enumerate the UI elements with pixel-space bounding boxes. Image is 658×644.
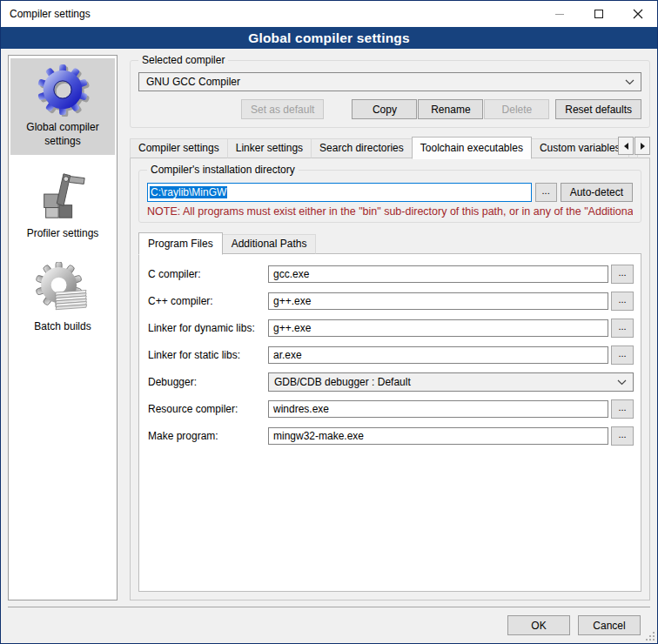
blue-gear-icon (36, 63, 90, 117)
compiler-buttons-row: Set as default Copy Rename Delete Reset … (138, 99, 641, 119)
static-linker-row: Linker for static libs: ... (146, 345, 634, 365)
delete-button[interactable]: Delete (484, 99, 549, 119)
set-as-default-button[interactable]: Set as default (241, 99, 324, 119)
compiler-select-value: GNU GCC Compiler (146, 76, 240, 88)
tab-scroll-left-button[interactable] (618, 137, 634, 155)
tab-scrollers (618, 137, 650, 155)
make-program-label: Make program: (146, 430, 268, 442)
cancel-button[interactable]: Cancel (578, 615, 641, 635)
resource-compiler-browse-button[interactable]: ... (611, 399, 634, 419)
bin-subdirectory-note: NOTE: All programs must exist either in … (147, 205, 633, 218)
resize-grip-icon[interactable] (653, 632, 655, 634)
chevron-down-icon (625, 79, 634, 85)
minimize-icon (555, 14, 564, 15)
debugger-select-value: GDB/CDB debugger : Default (274, 376, 411, 388)
debugger-select[interactable]: GDB/CDB debugger : Default (268, 372, 634, 392)
toolchain-executables-page: Compiler's installation directory C:\ray… (130, 158, 650, 600)
ok-button[interactable]: OK (507, 615, 570, 635)
compiler-settings-dialog: Compiler settings Global compiler settin… (0, 0, 658, 644)
footer: OK Cancel (1, 607, 657, 643)
sidebar-item-label: Global compiler settings (12, 121, 113, 148)
cpp-compiler-label: C++ compiler: (146, 295, 268, 307)
main-panel: Selected compiler GNU GCC Compiler Set a… (130, 55, 650, 600)
static-linker-input[interactable] (268, 346, 608, 364)
settings-tabstrip: Compiler settings Linker settings Search… (130, 137, 650, 158)
tab-toolchain-executables[interactable]: Toolchain executables (412, 137, 532, 159)
cpp-compiler-row: C++ compiler: ... (146, 292, 634, 311)
sidebar-item-label: Batch builds (34, 320, 91, 334)
tab-scroll-right-icon (641, 143, 645, 150)
sidebar-item-label: Profiler settings (27, 227, 99, 241)
debugger-label: Debugger: (146, 376, 268, 388)
copy-button[interactable]: Copy (352, 99, 417, 119)
titlebar: Compiler settings (1, 1, 657, 27)
dynamic-linker-row: Linker for dynamic libs: ... (146, 319, 634, 338)
make-program-row: Make program: ... (146, 426, 634, 446)
tab-custom-variables[interactable]: Custom variables (531, 138, 629, 158)
maximize-icon (594, 10, 603, 18)
c-compiler-row: C compiler: ... (146, 265, 634, 284)
c-compiler-label: C compiler: (146, 268, 268, 280)
window-title: Compiler settings (1, 8, 540, 20)
tab-scroll-right-button[interactable] (634, 137, 650, 155)
sidebar-item-batch-builds[interactable]: Batch builds (10, 258, 115, 341)
make-program-browse-button[interactable]: ... (611, 426, 634, 446)
sidebar-item-global-compiler-settings[interactable]: Global compiler settings (10, 58, 115, 155)
resource-compiler-input[interactable] (268, 400, 608, 418)
program-files-page: C compiler: ... C++ compiler: ... Linker… (138, 253, 641, 592)
installation-directory-value: C:\raylib\MinGW (150, 186, 227, 198)
compiler-select[interactable]: GNU GCC Compiler (138, 72, 641, 91)
selected-compiler-legend: Selected compiler (138, 54, 228, 66)
installation-directory-group: Compiler's installation directory C:\ray… (138, 170, 641, 223)
cpp-compiler-input[interactable] (268, 292, 608, 310)
cpp-compiler-browse-button[interactable]: ... (611, 292, 634, 311)
caliper-icon (36, 169, 90, 223)
minimize-button[interactable] (540, 1, 579, 27)
resource-compiler-label: Resource compiler: (146, 403, 268, 415)
c-compiler-input[interactable] (268, 265, 608, 283)
close-button[interactable] (618, 1, 657, 27)
settings-category-list: Global compiler settings Profiler settin… (8, 55, 118, 600)
page-title: Global compiler settings (1, 27, 657, 49)
tab-search-directories[interactable]: Search directories (311, 138, 413, 158)
dynamic-linker-input[interactable] (268, 319, 608, 337)
sidebar-item-profiler-settings[interactable]: Profiler settings (10, 164, 115, 248)
tab-compiler-settings[interactable]: Compiler settings (130, 138, 228, 158)
close-icon (633, 9, 643, 19)
dialog-content: Global compiler settings Profiler settin… (1, 49, 657, 607)
installation-directory-legend: Compiler's installation directory (147, 164, 299, 176)
tab-linker-settings[interactable]: Linker settings (227, 138, 312, 158)
rename-button[interactable]: Rename (418, 99, 483, 119)
gray-gear-stack-icon (36, 262, 90, 316)
auto-detect-button[interactable]: Auto-detect (561, 183, 633, 202)
installation-directory-row: C:\raylib\MinGW ... Auto-detect (147, 183, 633, 202)
dynamic-linker-label: Linker for dynamic libs: (146, 322, 268, 334)
c-compiler-browse-button[interactable]: ... (611, 265, 634, 284)
chevron-down-icon (617, 379, 627, 386)
tab-program-files[interactable]: Program Files (138, 232, 223, 255)
debugger-row: Debugger: GDB/CDB debugger : Default (146, 372, 634, 392)
tab-additional-paths[interactable]: Additional Paths (222, 234, 317, 254)
browse-directory-button[interactable]: ... (535, 183, 557, 202)
static-linker-label: Linker for static libs: (146, 349, 268, 361)
resource-compiler-row: Resource compiler: ... (146, 399, 634, 419)
installation-directory-input[interactable]: C:\raylib\MinGW (147, 183, 532, 202)
tab-scroll-left-icon (624, 143, 628, 150)
static-linker-browse-button[interactable]: ... (611, 345, 634, 365)
make-program-input[interactable] (268, 427, 608, 445)
maximize-button[interactable] (579, 1, 618, 27)
selected-compiler-group: Selected compiler GNU GCC Compiler Set a… (130, 60, 650, 128)
program-files-tabstrip: Program Files Additional Paths (138, 232, 641, 254)
reset-defaults-button[interactable]: Reset defaults (555, 99, 641, 119)
dynamic-linker-browse-button[interactable]: ... (611, 319, 634, 338)
